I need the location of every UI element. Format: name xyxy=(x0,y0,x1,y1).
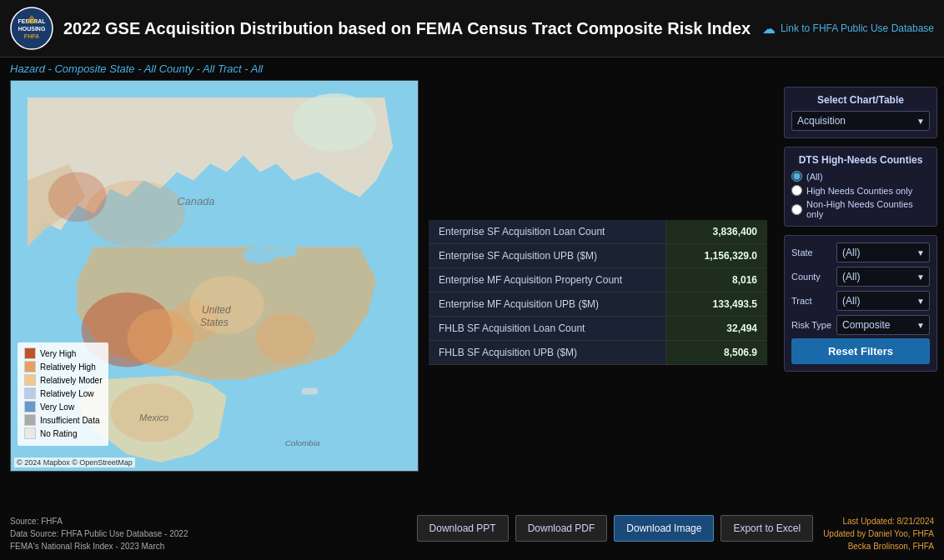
fhfa-database-link[interactable]: ☁ Link to FHFA Public Use Database xyxy=(762,21,934,37)
legend-color-relatively-high xyxy=(24,361,36,372)
filters-box: State (All) ▼ County (All) ▼ Tract xyxy=(784,235,937,372)
source-line-3: FEMA's National Risk Index - 2023 March xyxy=(10,540,417,552)
download-ppt-button[interactable]: Download PPT xyxy=(417,515,509,542)
county-select[interactable]: (All) xyxy=(836,267,930,287)
legend-no-rating: No Rating xyxy=(24,428,102,439)
dts-option-high-needs[interactable]: High Needs Counties only xyxy=(791,185,930,196)
footer-bar: Source: FHFA Data Source: FHFA Public Us… xyxy=(0,510,944,560)
legend-very-low: Very Low xyxy=(24,401,102,412)
table-row: Enterprise SF Acquisition Loan Count3,83… xyxy=(429,220,767,244)
legend-color-insufficient xyxy=(24,414,36,426)
table-cell-label: Enterprise MF Acquisition Property Count xyxy=(429,268,665,292)
legend-color-no-rating xyxy=(24,428,36,439)
state-select-wrapper: (All) ▼ xyxy=(836,242,930,262)
chart-table-selector-box: Select Chart/Table Acquisition Distribut… xyxy=(784,87,937,138)
legend-color-very-high xyxy=(24,348,36,359)
risk-type-select[interactable]: Composite xyxy=(836,315,930,335)
filter-grid: State (All) ▼ County (All) ▼ Tract xyxy=(791,242,930,335)
download-image-button[interactable]: Download Image xyxy=(614,515,714,542)
chart-table-select-wrapper: Acquisition Distribution Risk Index ▼ xyxy=(791,111,930,131)
source-line-2: Data Source: FHFA Public Use Database - … xyxy=(10,528,417,540)
dts-option-non-high-needs-label: Non-High Needs Counties only xyxy=(806,199,930,219)
tract-select[interactable]: (All) xyxy=(836,291,930,311)
table-row: Enterprise MF Acquisition Property Count… xyxy=(429,268,767,292)
risk-type-select-wrapper: Composite ▼ xyxy=(836,315,930,335)
right-panel: Select Chart/Table Acquisition Distribut… xyxy=(777,80,944,505)
map-container: Canada United States Mexico Colombia Ver… xyxy=(10,80,419,472)
legend-label-very-low: Very Low xyxy=(40,402,74,412)
chart-table-title: Select Chart/Table xyxy=(791,94,930,106)
export-excel-button[interactable]: Export to Excel xyxy=(721,515,813,542)
svg-point-7 xyxy=(294,93,377,152)
page-title: 2022 GSE Acquisition Distribution based … xyxy=(63,19,751,38)
svg-text:FHFA: FHFA xyxy=(24,33,39,39)
svg-rect-21 xyxy=(302,388,319,394)
tract-select-wrapper: (All) ▼ xyxy=(836,291,930,311)
dts-option-all-label: (All) xyxy=(806,172,823,182)
reset-filters-button[interactable]: Reset Filters xyxy=(791,338,930,364)
footer-source: Source: FHFA Data Source: FHFA Public Us… xyxy=(10,515,417,552)
tract-filter-label: Tract xyxy=(791,296,831,306)
legend-color-relatively-moderate xyxy=(24,374,36,386)
map-legend: Very High Relatively High Relatively Mod… xyxy=(18,342,108,446)
dts-box: DTS High-Needs Counties (All) High Needs… xyxy=(784,147,937,227)
svg-text:Mexico: Mexico xyxy=(139,412,168,422)
svg-point-20 xyxy=(273,244,298,258)
legend-very-high: Very High xyxy=(24,348,102,359)
svg-text:Colombia: Colombia xyxy=(285,438,320,448)
credit-line-1: Last Updated: 8/21/2024 xyxy=(823,515,934,528)
legend-relatively-moderate: Relatively Moder xyxy=(24,374,102,386)
table-cell-value: 32,494 xyxy=(665,317,767,341)
legend-label-no-rating: No Rating xyxy=(40,429,77,438)
state-filter-label: State xyxy=(791,248,831,258)
subtitle-text: Hazard - Composite State - All County - … xyxy=(10,62,263,75)
download-pdf-button[interactable]: Download PDF xyxy=(515,515,608,542)
footer-buttons: Download PPT Download PDF Download Image… xyxy=(417,515,814,542)
svg-text:Canada: Canada xyxy=(177,195,214,208)
svg-text:States: States xyxy=(200,317,228,328)
legend-relatively-high: Relatively High xyxy=(24,361,102,372)
legend-label-relatively-high: Relatively High xyxy=(40,362,96,372)
data-table-area: Enterprise SF Acquisition Loan Count3,83… xyxy=(419,80,777,505)
table-cell-label: Enterprise MF Acquisition UPB ($M) xyxy=(429,292,665,317)
table-cell-value: 8,016 xyxy=(665,268,767,292)
link-text: Link to FHFA Public Use Database xyxy=(781,22,934,34)
main-content: Canada United States Mexico Colombia Ver… xyxy=(0,80,944,505)
legend-label-relatively-moderate: Relatively Moder xyxy=(40,376,102,385)
source-line-1: Source: FHFA xyxy=(10,515,417,528)
chart-table-select[interactable]: Acquisition Distribution Risk Index xyxy=(791,111,930,131)
table-cell-value: 1,156,329.0 xyxy=(665,244,767,268)
table-row: Enterprise MF Acquisition UPB ($M)133,49… xyxy=(429,292,767,317)
state-select[interactable]: (All) xyxy=(836,242,930,262)
svg-point-13 xyxy=(256,313,314,363)
footer-credit: Last Updated: 8/21/2024 Updated by Danie… xyxy=(823,515,934,552)
table-cell-label: FHLB SF Acquisition Loan Count xyxy=(429,317,665,341)
county-filter-label: County xyxy=(791,272,831,282)
legend-color-relatively-low xyxy=(24,388,36,399)
svg-text:United: United xyxy=(202,304,231,316)
subtitle-bar: Hazard - Composite State - All County - … xyxy=(0,58,944,80)
county-select-wrapper: (All) ▼ xyxy=(836,267,930,287)
dts-option-all[interactable]: (All) xyxy=(791,171,930,182)
dts-option-non-high-needs[interactable]: Non-High Needs Counties only xyxy=(791,199,930,219)
table-row: Enterprise SF Acquisition UPB ($M)1,156,… xyxy=(429,244,767,268)
svg-point-19 xyxy=(244,247,277,263)
dts-title: DTS High-Needs Counties xyxy=(791,154,930,166)
table-cell-label: FHLB SF Acquisition UPB ($M) xyxy=(429,341,665,365)
table-row: FHLB SF Acquisition UPB ($M)8,506.9 xyxy=(429,341,767,365)
table-cell-label: Enterprise SF Acquisition Loan Count xyxy=(429,220,665,244)
legend-color-very-low xyxy=(24,401,36,412)
svg-text:HOUSING: HOUSING xyxy=(18,26,46,32)
table-cell-label: Enterprise SF Acquisition UPB ($M) xyxy=(429,244,665,268)
stats-table: Enterprise SF Acquisition Loan Count3,83… xyxy=(429,220,767,365)
table-cell-value: 3,836,400 xyxy=(665,220,767,244)
credit-line-2: Updated by Daniel Yoo, FHFA xyxy=(823,528,934,540)
legend-label-very-high: Very High xyxy=(40,349,76,358)
dts-radio-group: (All) High Needs Counties only Non-High … xyxy=(791,171,930,219)
legend-label-relatively-low: Relatively Low xyxy=(40,389,93,398)
map-credit: © 2024 Mapbox © OpenStreetMap xyxy=(14,458,135,468)
table-cell-value: 133,493.5 xyxy=(665,292,767,317)
table-cell-value: 8,506.9 xyxy=(665,341,767,365)
header: FEDERAL HOUSING FHFA 2022 GSE Acquisitio… xyxy=(0,0,944,58)
svg-point-18 xyxy=(48,172,107,222)
